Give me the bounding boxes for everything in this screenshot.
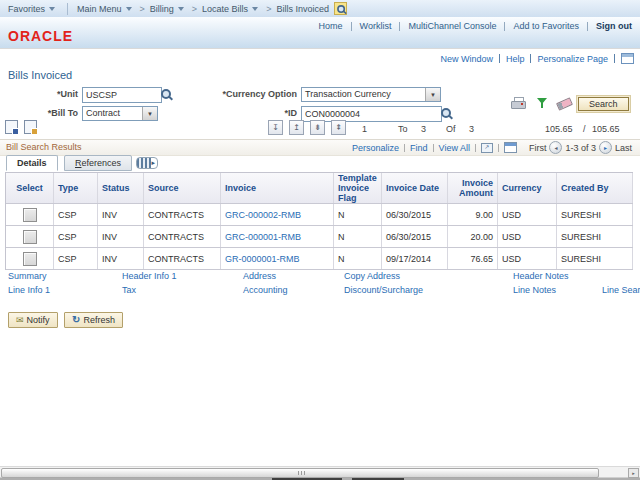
cell-source: CONTRACTS: [144, 204, 221, 225]
scroll-right-arrow-icon: ▸: [632, 470, 635, 476]
breadcrumb-search-icon[interactable]: [334, 2, 347, 15]
cell-template-invoice-flag: N: [334, 248, 382, 269]
horizontal-scrollbar[interactable]: ▸: [0, 466, 640, 478]
scroll-to-bottom-icon[interactable]: ⇞: [331, 120, 346, 135]
cell-created-by: SURESHI: [557, 248, 633, 269]
unit-input[interactable]: [82, 87, 162, 103]
column-header-select: Select: [6, 173, 54, 203]
bill-search-results-grid: Select Type Status Source Invoice Templa…: [5, 172, 633, 270]
home-link[interactable]: Home: [319, 21, 343, 31]
scrollbar-thumb[interactable]: [1, 468, 599, 478]
personalize-link[interactable]: Personalize: [352, 143, 399, 153]
tab-references[interactable]: References: [64, 155, 132, 171]
new-window-link[interactable]: New Window: [440, 54, 493, 64]
show-all-tabs-icon[interactable]: ▸: [136, 157, 158, 169]
breadcrumb-item-locate-bills[interactable]: Locate Bills: [202, 4, 248, 14]
cell-status: INV: [98, 204, 144, 225]
header-divider: [0, 48, 640, 49]
sign-out-link[interactable]: Sign out: [596, 21, 632, 31]
refresh-button[interactable]: ↻ Refresh: [64, 312, 123, 328]
row-select-checkbox[interactable]: [23, 230, 37, 244]
notify-label: Notify: [27, 315, 50, 325]
scroll-to-top-icon[interactable]: ↧: [268, 120, 283, 135]
breadcrumb-divider: [67, 3, 68, 15]
scroll-right-button[interactable]: ▸: [628, 468, 639, 478]
table-row: CSP INV CONTRACTS GRC-000001-RMB N 06/30…: [6, 226, 633, 248]
search-button[interactable]: Search: [578, 97, 629, 111]
amount-shown: 105.65: [545, 124, 573, 134]
personalize-page-link[interactable]: Personalize Page: [537, 54, 608, 64]
row-of-label: Of: [446, 124, 456, 134]
favorites-menu[interactable]: Favorites: [8, 4, 45, 14]
link-divider: [475, 144, 476, 152]
cell-currency: USD: [498, 226, 557, 247]
line-info-1-link[interactable]: Line Info 1: [8, 285, 50, 295]
help-link[interactable]: Help: [506, 54, 525, 64]
unit-lookup-icon[interactable]: [161, 89, 172, 100]
previous-rows-icon[interactable]: ◂: [549, 141, 562, 154]
zoom-popup-icon[interactable]: ↗: [481, 143, 493, 153]
download-grid-icon[interactable]: [504, 142, 517, 153]
link-divider: [351, 22, 352, 31]
column-header-invoice-date: Invoice Date: [382, 173, 448, 203]
row-select-checkbox[interactable]: [23, 252, 37, 266]
scroll-down-icon[interactable]: ⇟: [310, 120, 325, 135]
oracle-logo: ORACLE: [8, 28, 73, 44]
scroll-up-icon[interactable]: ↥: [289, 120, 304, 135]
dropdown-arrow-icon[interactable]: ▼: [142, 107, 157, 120]
discount-surcharge-link[interactable]: Discount/Surcharge: [344, 285, 423, 295]
header-info-1-link[interactable]: Header Info 1: [122, 271, 177, 281]
worklist-link[interactable]: Worklist: [360, 21, 392, 31]
tax-link[interactable]: Tax: [122, 285, 136, 295]
amount-separator: /: [583, 124, 586, 134]
notify-button[interactable]: ✉ Notify: [8, 312, 58, 328]
header-notes-link[interactable]: Header Notes: [513, 271, 569, 281]
breadcrumb-item-billing[interactable]: Billing: [150, 4, 174, 14]
invoice-link[interactable]: GR-0000001-RMB: [225, 254, 300, 264]
tab-details[interactable]: Details: [6, 155, 58, 171]
cell-template-invoice-flag: N: [334, 204, 382, 225]
cell-invoice-date: 09/17/2014: [382, 248, 448, 269]
multichannel-console-link[interactable]: MultiChannel Console: [408, 21, 496, 31]
column-header-template-invoice-flag: Template Invoice Flag: [334, 173, 382, 203]
address-link[interactable]: Address: [243, 271, 276, 281]
breadcrumb-item-main-menu[interactable]: Main Menu: [77, 4, 122, 14]
summary-link[interactable]: Summary: [8, 271, 47, 281]
bill-to-select[interactable]: Contract ▼: [82, 106, 158, 121]
notify-icon: ✉: [16, 316, 24, 325]
select-all-icon[interactable]: [5, 120, 18, 134]
copy-address-link[interactable]: Copy Address: [344, 271, 400, 281]
line-search-link[interactable]: Line Search: [602, 285, 640, 295]
section-title: Bill Search Results: [6, 142, 82, 152]
deselect-all-icon[interactable]: [24, 120, 37, 134]
breadcrumb-item-bills-invoiced[interactable]: Bills Invoiced: [276, 4, 329, 14]
cell-type: CSP: [54, 226, 98, 247]
column-header-invoice: Invoice: [221, 173, 334, 203]
next-rows-icon[interactable]: ▸: [599, 141, 612, 154]
window-layout-icon[interactable]: [621, 53, 634, 64]
breadcrumb-separator: >: [140, 4, 145, 14]
line-notes-link[interactable]: Line Notes: [513, 285, 556, 295]
cell-source: CONTRACTS: [144, 226, 221, 247]
eraser-icon[interactable]: [556, 97, 573, 110]
find-link[interactable]: Find: [410, 143, 428, 153]
print-icon[interactable]: [511, 97, 526, 109]
filter-funnel-icon[interactable]: [537, 98, 548, 109]
currency-option-select[interactable]: Transaction Currency ▼: [301, 87, 441, 102]
invoice-link[interactable]: GRC-000002-RMB: [225, 210, 301, 220]
unit-label: *Unit: [10, 89, 78, 99]
currency-option-label: *Currency Option: [180, 89, 297, 99]
view-all-link[interactable]: View All: [439, 143, 470, 153]
header-band: Home Worklist MultiChannel Console Add t…: [0, 17, 640, 48]
row-end: 3: [421, 124, 426, 134]
invoice-link[interactable]: GRC-000001-RMB: [225, 232, 301, 242]
cell-currency: USD: [498, 204, 557, 225]
table-row: CSP INV CONTRACTS GR-0000001-RMB N 09/17…: [6, 248, 633, 270]
dropdown-arrow-icon[interactable]: ▼: [425, 88, 440, 101]
add-to-favorites-link[interactable]: Add to Favorites: [513, 21, 579, 31]
column-header-type: Type: [54, 173, 98, 203]
accounting-link[interactable]: Accounting: [243, 285, 288, 295]
id-lookup-icon[interactable]: [441, 108, 452, 119]
row-select-checkbox[interactable]: [23, 208, 37, 222]
link-divider: [404, 144, 405, 152]
